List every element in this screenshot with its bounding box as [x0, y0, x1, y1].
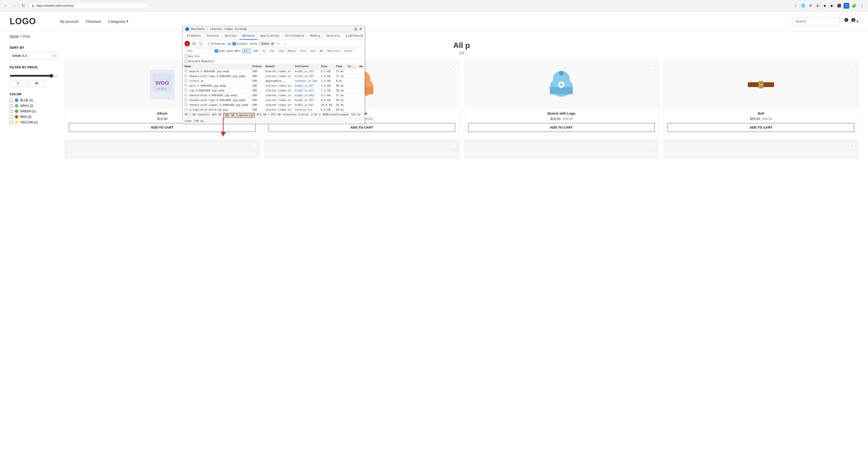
network-table-row[interactable]: inject.js 200gppongmhjk...content.js:156… [183, 79, 365, 84]
ext-red[interactable]: ▶ [829, 3, 835, 9]
price-range [9, 71, 58, 87]
filter-input[interactable] [185, 48, 213, 53]
cell-domain: starter.rsdev.in [264, 69, 293, 74]
has-blocked-checkbox[interactable]: Has blo [185, 55, 199, 58]
menu-button[interactable]: ⋮ [859, 2, 866, 9]
ext-green[interactable]: ■ [822, 3, 828, 9]
filter-tag-manifest[interactable]: Manifest [326, 49, 342, 53]
color-item: BLUE (2) [9, 98, 58, 102]
add-to-cart-button-1[interactable]: ADD TO CART [269, 123, 455, 132]
network-scroll[interactable]: NameStatusDomainInitiatorSizeTimeCo...Wa… [183, 64, 365, 112]
devtools-tab-elements[interactable]: Elements [184, 32, 204, 40]
filter-tag-doc[interactable]: Doc [309, 49, 317, 53]
color-checkbox-blue[interactable] [9, 99, 13, 102]
disable-cache-checkbox[interactable]: Disable cache [232, 42, 257, 45]
filter-tag-ws[interactable]: WS [318, 49, 325, 53]
filter-icon-button[interactable]: 🔍 [198, 41, 203, 46]
export-button[interactable]: ↓ [283, 41, 288, 46]
price-max-input[interactable] [28, 80, 45, 87]
filter-tag-other[interactable]: Other [343, 49, 354, 53]
devtools-tab-network[interactable]: Network [240, 32, 257, 40]
blocked-requests-row: Blocked Requests [183, 59, 365, 64]
filter-tag-css[interactable]: CSS [268, 49, 276, 53]
price-min-input[interactable] [9, 80, 26, 87]
wishlist-button[interactable]: ♡ [250, 142, 257, 149]
ext-purple[interactable]: ⬛ [836, 3, 842, 9]
color-checkbox-gray[interactable] [9, 104, 13, 107]
ext-translate[interactable]: 🌐 [800, 3, 806, 9]
ext-refresh[interactable]: ↺ [808, 3, 813, 9]
sort-select[interactable]: NAME A-ZNAME Z-APRICE LOW TO HIGHPRICE H… [9, 52, 58, 60]
color-checkbox-green[interactable] [9, 110, 13, 113]
preserve-log-checkbox[interactable]: Preserve log [208, 42, 231, 45]
filter-tag-js[interactable]: JS [260, 49, 267, 53]
network-table-row[interactable]: hoodie-blue-1-600x600.jpg.webp 200starte… [183, 93, 365, 98]
ext-pink[interactable]: ● [815, 3, 820, 9]
add-to-cart-button-3[interactable]: ADD TO CART [668, 123, 854, 132]
wishlist-button-4[interactable]: ♡ [848, 142, 856, 149]
devtools-undock[interactable]: ⊡ [354, 27, 357, 31]
categories-button[interactable]: Categories ▾ [108, 19, 128, 24]
record-button[interactable]: ● [185, 41, 190, 46]
address-bar[interactable]: 🔒 https://starter.rsdev.in/shop [28, 3, 148, 9]
wishlist-button-3[interactable]: ♡ [649, 142, 656, 149]
devtools-tab-memory[interactable]: Memory [307, 32, 323, 40]
add-to-cart-button-2[interactable]: ADD TO CART [468, 123, 655, 132]
cell-status: 200 [250, 103, 264, 107]
devtools-tab-performance[interactable]: Performance [282, 32, 307, 40]
filter-tag-img[interactable]: Img [277, 49, 285, 53]
hide-data-urls-checkbox[interactable]: Hide data URLs [215, 49, 241, 53]
filter-tag-all[interactable]: All [242, 49, 251, 53]
devtools-tab-sources[interactable]: Sources [221, 32, 240, 40]
product-grid-row2: ♡ ♡ ♡ ♡ [65, 140, 859, 159]
sort-select-wrapper: NAME A-ZNAME Z-APRICE LOW TO HIGHPRICE H… [9, 52, 58, 60]
account-icon[interactable]: ▾ [857, 20, 859, 23]
wishlist-icon-wrapper[interactable]: ♡ 2 [844, 20, 847, 23]
wishlist-button-1[interactable]: ♡ [450, 63, 457, 70]
blocked-requests-checkbox[interactable] [185, 60, 188, 63]
site-logo: LOGO [9, 16, 36, 26]
search-input[interactable] [792, 17, 840, 26]
load-label: Load: 748 ms [185, 120, 204, 123]
checkout-link[interactable]: Checkout [86, 20, 101, 24]
devtools-tab-lighthouse[interactable]: Lighthouse [343, 32, 366, 40]
network-table-row[interactable]: beanie-2-600x600.jpg.webp 200starter.rsd… [183, 69, 365, 74]
breadcrumb-home[interactable]: Home [9, 34, 19, 38]
my-account-link[interactable]: My account [60, 20, 79, 24]
cart-icon-wrapper[interactable]: 🛒 0 [850, 20, 854, 23]
devtools-close[interactable]: ✕ [359, 27, 362, 31]
devtools-tab-console[interactable]: Console [204, 32, 222, 40]
back-button[interactable]: ← [2, 2, 9, 9]
wishlist-button-2[interactable]: ♡ [450, 142, 457, 149]
network-col-co: Co... [346, 64, 358, 69]
extensions-button[interactable]: 🧩 [851, 2, 858, 9]
ext-badge[interactable]: 13 [843, 3, 849, 9]
network-table-row[interactable]: hoodie-with-zipper-2-600x600.jpg.webp 20… [183, 103, 365, 107]
network-table-row[interactable]: beanie-with-logo-1-600x600.jpg.webp 200s… [183, 74, 365, 79]
import-button[interactable]: ↑ [276, 41, 281, 46]
devtools-tab-security[interactable]: Security [323, 32, 343, 40]
color-checkbox-red[interactable] [9, 115, 13, 119]
network-table-row[interactable]: hoodie-with-logo-2-600x600.jpg.webp 200s… [183, 98, 365, 103]
cell-initiator: bcdd2.js:257 [293, 103, 319, 107]
network-table-row[interactable]: belt-2-600x600.jpg.webp 200starter.rsdev… [183, 84, 365, 88]
wishlist-button-3[interactable]: ♡ [848, 63, 856, 70]
cell-status: 200 [250, 84, 264, 88]
clear-button[interactable]: 🚫 [191, 41, 196, 46]
filter-tag-media[interactable]: Media [286, 49, 297, 53]
cell-domain: starter.rsdev.in [264, 103, 293, 107]
bookmark-button[interactable]: ☆ [792, 2, 799, 9]
network-table-row[interactable]: cap-2-600x600.jpg.webp 200starter.rsdev.… [183, 88, 365, 93]
wishlist-button-2[interactable]: ♡ [649, 63, 656, 70]
refresh-button[interactable]: ↻ [20, 2, 26, 9]
devtools-toolbar: ● 🚫 🔍 Preserve log Disable cache Online … [183, 40, 365, 47]
throttle-select[interactable]: Online [259, 41, 275, 46]
filter-tag-xhr[interactable]: XHR [251, 49, 260, 53]
color-checkbox-yellow[interactable] [9, 121, 13, 124]
forward-button[interactable]: → [11, 2, 18, 9]
price-slider[interactable] [9, 74, 58, 78]
network-table-row[interactable]: w-logo-blue-white-bg.png 200starter.rsde… [183, 107, 365, 112]
filter-tag-font[interactable]: Font [299, 49, 308, 53]
add-to-cart-button-0[interactable]: ADD TO CART [69, 123, 255, 132]
devtools-tab-application[interactable]: Application [257, 32, 282, 40]
